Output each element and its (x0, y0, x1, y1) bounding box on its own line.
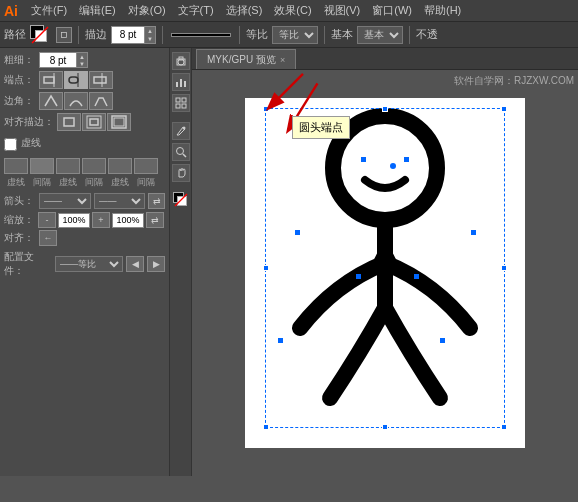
canvas-tab[interactable]: MYK/GPU 预览 × (196, 49, 296, 69)
scale-input2[interactable] (112, 213, 144, 228)
handle-bm[interactable] (382, 424, 388, 430)
tooltip-box: 圆头端点 (292, 116, 350, 139)
config-select[interactable]: ——等比 (55, 256, 123, 272)
dash-opt5[interactable] (108, 158, 132, 174)
weight-spin-down[interactable]: ▼ (77, 60, 87, 67)
pen-tool[interactable] (172, 122, 190, 140)
config-next[interactable]: ▶ (147, 256, 165, 272)
stroke-spinbox[interactable]: ▲ ▼ (111, 26, 156, 44)
handle-ml[interactable] (263, 265, 269, 271)
weight-input[interactable] (39, 52, 77, 68)
cap-round-btn[interactable] (64, 71, 88, 89)
weight-spin-up[interactable]: ▲ (77, 53, 87, 60)
ratio-label: 等比 (246, 27, 268, 42)
handle-tr[interactable] (501, 106, 507, 112)
app-logo: Ai (4, 3, 18, 19)
dash-opt4[interactable] (82, 158, 106, 174)
dashed-checkbox-row: 虚线 (4, 134, 165, 154)
main-area: 粗细： ▲ ▼ 端点： (0, 48, 578, 476)
handle-tl[interactable] (263, 106, 269, 112)
menu-view[interactable]: 视图(V) (319, 1, 366, 20)
dash-opt2[interactable] (30, 158, 54, 174)
svg-rect-9 (87, 116, 101, 128)
svg-point-24 (176, 148, 183, 155)
anchor-5[interactable] (356, 274, 361, 279)
zoom-tool[interactable] (172, 143, 190, 161)
svg-line-0 (32, 27, 48, 43)
stroke-spin-down[interactable]: ▼ (145, 35, 155, 43)
dashed-label: 虚线 (21, 134, 41, 152)
menu-object[interactable]: 对象(O) (123, 1, 171, 20)
watermark: 软件自学网：RJZXW.COM (454, 74, 574, 88)
menu-effect[interactable]: 效果(C) (269, 1, 316, 20)
scale-down1[interactable]: - (38, 212, 56, 228)
svg-rect-17 (180, 79, 182, 87)
menu-edit[interactable]: 编辑(E) (74, 1, 121, 20)
tab-bar: MYK/GPU 预览 × (192, 48, 578, 70)
dash-opt1[interactable] (4, 158, 28, 174)
stroke-square-btn[interactable] (56, 27, 72, 43)
basic-select[interactable]: 基本 (357, 26, 403, 44)
chart-tool[interactable] (172, 73, 190, 91)
menu-file[interactable]: 文件(F) (26, 1, 72, 20)
anchor-7[interactable] (278, 338, 283, 343)
divider5 (409, 26, 410, 44)
svg-rect-19 (176, 98, 180, 102)
divider2 (162, 26, 163, 44)
camera-tool[interactable] (172, 52, 190, 70)
menu-select[interactable]: 选择(S) (221, 1, 268, 20)
tab-close-btn[interactable]: × (280, 55, 285, 65)
cap-square-btn[interactable] (89, 71, 113, 89)
svg-rect-8 (64, 118, 74, 126)
arrow-start-select[interactable]: —— (39, 193, 91, 209)
anchor-3[interactable] (295, 230, 300, 235)
divider4 (324, 26, 325, 44)
corner-round-btn[interactable] (64, 92, 88, 110)
stroke-panel: 粗细： ▲ ▼ 端点： (0, 48, 170, 476)
square-icon (61, 29, 67, 41)
handle-bl[interactable] (263, 424, 269, 430)
scale-input1[interactable] (58, 213, 90, 228)
corner-bevel-btn[interactable] (89, 92, 113, 110)
align-buttons (57, 113, 131, 131)
ratio-select[interactable]: 等比 (272, 26, 318, 44)
arrow-swap-btn[interactable]: ⇄ (148, 193, 165, 209)
weight-spinbox[interactable]: ▲ ▼ (39, 52, 88, 68)
anchor-4[interactable] (471, 230, 476, 235)
dashed-checkbox[interactable] (4, 138, 17, 151)
align-center-btn[interactable] (57, 113, 81, 131)
handle-br[interactable] (501, 424, 507, 430)
align-stroke-row: 对齐描边： (4, 113, 165, 131)
config-prev[interactable]: ◀ (126, 256, 144, 272)
scale-up1[interactable]: + (92, 212, 110, 228)
cap-butt-btn[interactable] (39, 71, 63, 89)
dash-opt3[interactable] (56, 158, 80, 174)
align2-left[interactable]: ← (39, 230, 57, 246)
handle-mr[interactable] (501, 265, 507, 271)
anchor-6[interactable] (414, 274, 419, 279)
handle-tm[interactable] (382, 106, 388, 112)
svg-rect-22 (182, 104, 186, 108)
arrow-end-select[interactable]: —— (94, 193, 146, 209)
dash-opt6[interactable] (134, 158, 158, 174)
grid-tool[interactable] (172, 94, 190, 112)
corner-miter-btn[interactable] (39, 92, 63, 110)
align-outside-btn[interactable] (107, 113, 131, 131)
align-inside-btn[interactable] (82, 113, 106, 131)
basic-label: 基本 (331, 27, 353, 42)
dash-options: 虚线 间隔 虚线 间隔 虚线 间隔 (4, 158, 165, 189)
anchor-1[interactable] (361, 157, 366, 162)
menu-help[interactable]: 帮助(H) (419, 1, 466, 20)
swap-small-icon (173, 192, 189, 208)
scale-link-btn[interactable]: ⇄ (146, 212, 164, 228)
svg-line-26 (175, 194, 187, 206)
stroke-value-input[interactable] (111, 26, 145, 44)
hand-tool[interactable] (172, 164, 190, 182)
anchor-2[interactable] (404, 157, 409, 162)
anchor-8[interactable] (440, 338, 445, 343)
menu-window[interactable]: 窗口(W) (367, 1, 417, 20)
menu-text[interactable]: 文字(T) (173, 1, 219, 20)
stroke-spin-up[interactable]: ▲ (145, 27, 155, 35)
scale-label: 缩放： (4, 213, 36, 227)
dash-lbl3: 虚线 (56, 176, 80, 189)
